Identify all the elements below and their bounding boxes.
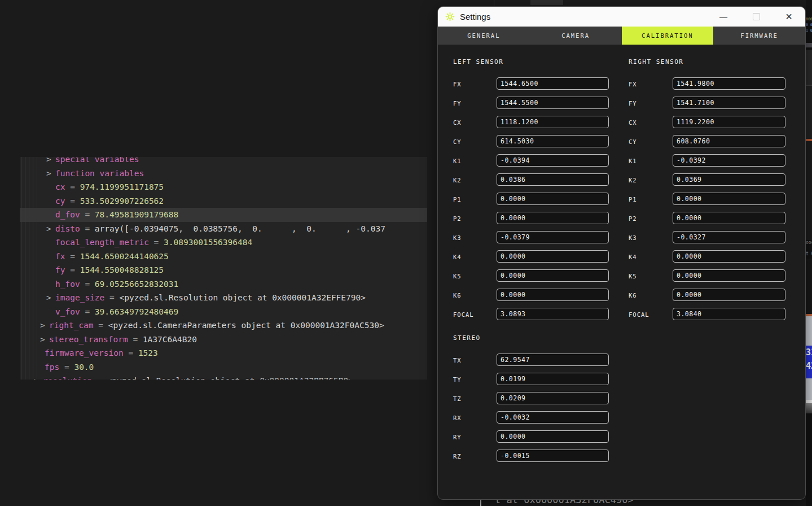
variable-value: 69.05256652832031 (95, 280, 178, 289)
right-sensor-fy-input[interactable] (673, 97, 785, 109)
variable-value: 1544.6500244140625 (80, 252, 169, 261)
left-sensor-p2-input[interactable] (497, 212, 609, 224)
variable-name: d_fov (55, 210, 80, 219)
expand-chevron-icon[interactable]: > (40, 319, 49, 333)
sliver-block (806, 403, 812, 413)
right-sensor-p1-input[interactable] (673, 193, 785, 205)
maximize-button[interactable] (740, 7, 773, 27)
left-sensor-cy-input[interactable] (497, 135, 609, 147)
tab-general[interactable]: GENERAL (438, 27, 530, 45)
stereo-ty-input[interactable] (497, 373, 609, 385)
stereo-tx-input[interactable] (497, 354, 609, 366)
debug-variable-row[interactable]: >stereo_transform = 1A37C6A4B20 (20, 333, 427, 347)
left-sensor-title: LEFT SENSOR (453, 58, 503, 66)
variable-value: 30.0 (74, 363, 94, 372)
debug-variable-row[interactable]: >function variables (20, 167, 427, 181)
left-sensor-focal-input[interactable] (497, 308, 609, 320)
tab-camera[interactable]: CAMERA (530, 27, 622, 45)
expand-chevron-icon[interactable]: > (34, 374, 43, 380)
equals-sign: = (65, 252, 80, 261)
tab-bar: GENERALCAMERACALIBRATIONFIRMWARE (438, 27, 805, 45)
variable-name: firmware_version (45, 348, 124, 357)
stereo-tz-input[interactable] (497, 392, 609, 404)
right-sensor-fx-input[interactable] (673, 77, 785, 90)
right-sensor-k6-input[interactable] (673, 289, 785, 301)
right-sensor-k6-label: K6 (629, 292, 637, 299)
variable-value: 1523 (138, 348, 158, 357)
variable-value: 533.5029907226562 (80, 197, 164, 206)
expand-chevron-icon[interactable]: > (40, 333, 49, 347)
debug-variable-row[interactable]: cy = 533.5029907226562 (20, 194, 427, 208)
stereo-ty-label: TY (453, 376, 462, 383)
stereo-rx-input[interactable] (497, 411, 609, 424)
left-sensor-k6-label: K6 (453, 292, 462, 299)
equals-sign: = (104, 293, 119, 302)
right-sensor-cx-input[interactable] (673, 116, 785, 128)
left-sensor-k1-input[interactable] (497, 154, 609, 167)
right-sensor-k1-input[interactable] (673, 154, 785, 167)
equals-sign: = (65, 182, 80, 191)
left-sensor-fx-input[interactable] (497, 77, 609, 90)
left-sensor-k3-input[interactable] (497, 231, 609, 243)
right-sensor-fy-label: FY (629, 100, 637, 107)
debug-variable-row[interactable]: >special variables (20, 157, 427, 167)
debug-variable-row[interactable]: fy = 1544.550048828125 (20, 263, 427, 277)
expand-chevron-icon[interactable]: > (46, 291, 55, 305)
debug-variable-row[interactable]: fx = 1544.6500244140625 (20, 250, 427, 264)
expand-chevron-icon[interactable]: > (46, 157, 55, 167)
settings-window: Settings — × GENERALCAMERACALIBRATIONFIR… (437, 6, 806, 500)
equals-sign: = (92, 376, 107, 380)
left-sensor-cx-input[interactable] (497, 116, 609, 128)
left-sensor-p1-input[interactable] (497, 193, 609, 205)
variable-value: 1A37C6A4B20 (143, 335, 197, 344)
indent-guide (29, 157, 29, 380)
expand-chevron-icon[interactable]: > (46, 167, 55, 181)
sliver-text: 0 000 (806, 23, 812, 28)
left-sensor-p2-label: P2 (453, 215, 462, 222)
variable-value: <pyzed.sl.Resolution object at 0x000001A… (107, 376, 354, 380)
left-sensor-k4-label: K4 (453, 254, 462, 260)
tab-calibration[interactable]: CALIBRATION (622, 27, 714, 45)
right-sensor-p2-input[interactable] (673, 212, 785, 224)
stereo-rz-input[interactable] (497, 450, 609, 462)
tab-firmware[interactable]: FIRMWARE (713, 27, 805, 45)
debug-variable-row[interactable]: firmware_version = 1523 (20, 346, 427, 360)
variable-name: disto (55, 224, 80, 233)
minimize-button[interactable]: — (707, 7, 740, 27)
debug-variable-row[interactable]: focal_length_metric = 3.0893001556396484 (20, 235, 427, 250)
debug-variable-row[interactable]: >resolution = <pyzed.sl.Resolution objec… (20, 374, 427, 380)
debug-variable-row[interactable]: >right_cam = <pyzed.sl.CameraParameters … (20, 319, 427, 333)
right-sensor-cx-label: CX (629, 119, 637, 126)
debug-variable-row[interactable]: d_fov = 78.49581909179688 (20, 208, 427, 222)
debug-variable-row[interactable]: h_fov = 69.05256652832031 (20, 277, 427, 291)
titlebar[interactable]: Settings — × (438, 7, 805, 27)
background-window-fragment (530, 0, 563, 5)
left-sensor-k5-input[interactable] (497, 269, 609, 282)
right-sensor-k2-input[interactable] (673, 173, 785, 186)
debug-variable-row[interactable]: v_fov = 39.66349792480469 (20, 305, 427, 319)
equals-sign: = (149, 238, 164, 247)
right-sensor-k4-input[interactable] (673, 250, 785, 263)
right-sensor-title: RIGHT SENSOR (629, 58, 683, 66)
variable-value: 78.49581909179688 (95, 210, 178, 219)
indent-guide (21, 157, 21, 380)
right-sensor-k5-input[interactable] (673, 269, 785, 282)
right-sensor-cy-input[interactable] (673, 135, 785, 147)
left-sensor-k4-input[interactable] (497, 250, 609, 263)
stereo-ry-input[interactable] (497, 430, 609, 443)
variable-value: 39.66349792480469 (95, 307, 178, 316)
expand-chevron-icon[interactable]: > (46, 222, 55, 236)
left-sensor-p1-label: P1 (453, 196, 462, 203)
debug-variable-row[interactable]: cx = 974.1199951171875 (20, 180, 427, 194)
indent-guide (33, 157, 33, 380)
left-sensor-k6-input[interactable] (497, 289, 609, 301)
debug-variable-row[interactable]: >image_size = <pyzed.sl.Resolution objec… (20, 291, 427, 305)
right-sensor-k3-input[interactable] (673, 231, 785, 243)
right-sensor-focal-input[interactable] (673, 308, 785, 320)
close-button[interactable]: × (773, 7, 805, 27)
equals-sign: = (80, 307, 95, 316)
left-sensor-k2-input[interactable] (497, 173, 609, 186)
debug-variable-row[interactable]: fps = 30.0 (20, 360, 427, 374)
left-sensor-fy-input[interactable] (497, 97, 609, 109)
debug-variable-row[interactable]: >disto = array([-0.0394075, 0.0385756, 0… (20, 222, 427, 236)
